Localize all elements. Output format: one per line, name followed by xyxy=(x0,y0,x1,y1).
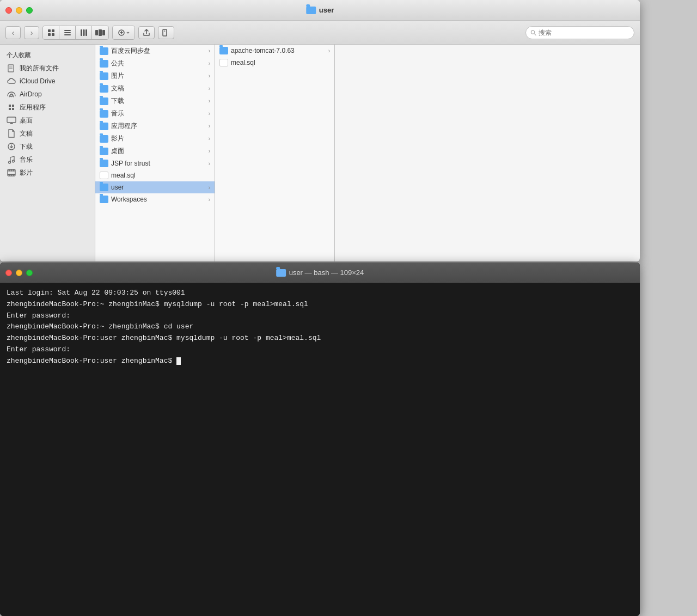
search-bar[interactable] xyxy=(525,26,634,39)
svg-rect-9 xyxy=(85,29,87,36)
tag-button[interactable] xyxy=(158,26,174,39)
icloud-icon xyxy=(7,76,16,86)
forward-button[interactable]: › xyxy=(24,26,39,39)
terminal-body[interactable]: Last login: Sat Aug 22 09:03:25 on ttys0… xyxy=(0,283,640,616)
item-label: apache-tomcat-7.0.63 xyxy=(231,47,295,54)
item-label: user xyxy=(111,184,124,191)
maximize-button[interactable] xyxy=(26,7,33,14)
apps-icon xyxy=(7,102,16,112)
sidebar-item-label: 下载 xyxy=(20,142,33,151)
sidebar-item-label: iCloud Drive xyxy=(20,77,55,85)
downloads-icon xyxy=(7,142,16,151)
column-1-item-desktop[interactable]: 桌面› xyxy=(95,145,215,157)
finder-titlebar: user xyxy=(0,0,640,21)
svg-point-28 xyxy=(9,161,11,163)
window-title: user xyxy=(319,6,334,14)
coverflow-view-button[interactable] xyxy=(92,26,108,39)
svg-rect-3 xyxy=(52,33,54,36)
terminal-window: user — bash — 109×24 Last login: Sat Aug… xyxy=(0,263,640,616)
column-1-item-jsp[interactable]: JSP for strust› xyxy=(95,157,215,169)
svg-rect-24 xyxy=(7,117,16,123)
folder-icon xyxy=(100,60,108,68)
chevron-right-icon: › xyxy=(209,98,210,104)
column-view-button[interactable] xyxy=(76,26,92,39)
icon-view-button[interactable] xyxy=(43,26,59,39)
item-label: 文稿 xyxy=(111,84,124,93)
column-1-item-apps[interactable]: 应用程序› xyxy=(95,120,215,132)
sidebar-item-label: AirDrop xyxy=(20,90,42,98)
svg-rect-8 xyxy=(83,29,84,36)
sidebar-item-music[interactable]: 音乐 xyxy=(0,153,95,166)
terminal-minimize-button[interactable] xyxy=(16,270,22,276)
svg-point-29 xyxy=(13,160,15,162)
sidebar-item-label: 文稿 xyxy=(20,129,33,138)
list-view-button[interactable] xyxy=(59,26,76,39)
chevron-right-icon: › xyxy=(209,48,210,54)
terminal-maximize-button[interactable] xyxy=(26,270,33,276)
search-input[interactable] xyxy=(539,29,629,36)
terminal-line: zhengbindeMacBook-Pro:~ zhengbinMac$ mys… xyxy=(7,299,633,310)
sidebar-item-desktop[interactable]: 桌面 xyxy=(0,114,95,127)
folder-icon xyxy=(219,47,228,54)
chevron-right-icon: › xyxy=(209,197,210,203)
sidebar-item-label: 音乐 xyxy=(20,155,33,164)
sidebar-item-all-files[interactable]: 我的所有文件 xyxy=(0,62,95,75)
finder-content: 个人收藏 我的所有文件 iCloud Drive xyxy=(0,45,640,261)
finder-window: user ‹ › xyxy=(0,0,640,261)
svg-rect-6 xyxy=(64,34,71,35)
sidebar-item-apps[interactable]: 应用程序 xyxy=(0,101,95,114)
arrange-button[interactable] xyxy=(113,26,134,39)
column-2-item-meal-sql2[interactable]: meal.sql xyxy=(215,57,334,69)
music-icon xyxy=(7,155,16,164)
chevron-right-icon: › xyxy=(209,86,210,92)
folder-icon xyxy=(100,110,108,118)
back-button[interactable]: ‹ xyxy=(5,26,21,39)
sidebar-item-movies[interactable]: 影片 xyxy=(0,166,95,179)
terminal-close-button[interactable] xyxy=(5,270,12,276)
sidebar-item-airdrop[interactable]: AirDrop xyxy=(0,88,95,101)
minimize-button[interactable] xyxy=(16,7,22,14)
column-2-item-tomcat[interactable]: apache-tomcat-7.0.63› xyxy=(215,45,334,57)
column-1-item-pictures[interactable]: 图片› xyxy=(95,70,215,82)
sidebar-item-label: 影片 xyxy=(20,168,33,178)
chevron-right-icon: › xyxy=(209,123,210,129)
item-label: 百度云同步盘 xyxy=(111,46,150,56)
svg-rect-0 xyxy=(48,29,51,32)
close-button[interactable] xyxy=(5,7,12,14)
sidebar-item-downloads[interactable]: 下载 xyxy=(0,140,95,153)
folder-icon xyxy=(100,47,108,55)
sidebar-section-label: 个人收藏 xyxy=(0,49,95,62)
sidebar-item-icloud[interactable]: iCloud Drive xyxy=(0,75,95,88)
terminal-titlebar: user — bash — 109×24 xyxy=(0,263,640,283)
terminal-title-text: user — bash — 109×24 xyxy=(289,269,364,277)
file-icon xyxy=(219,59,228,66)
file-icon xyxy=(100,172,108,179)
folder-icon xyxy=(100,148,108,155)
sidebar-item-documents[interactable]: 文稿 xyxy=(0,127,95,140)
airdrop-icon xyxy=(7,89,16,99)
svg-rect-16 xyxy=(163,29,167,36)
column-1-item-workspaces[interactable]: Workspaces› xyxy=(95,193,215,205)
column-1-item-public[interactable]: 公共› xyxy=(95,57,215,70)
column-1-item-downloads[interactable]: 下载› xyxy=(95,95,215,107)
item-label: 下载 xyxy=(111,96,124,106)
column-1-item-documents[interactable]: 文稿› xyxy=(95,82,215,95)
column-1-item-movies[interactable]: 影片› xyxy=(95,132,215,145)
column-1-item-baidu[interactable]: 百度云同步盘› xyxy=(95,45,215,57)
folder-icon xyxy=(100,160,108,167)
sidebar-item-label: 我的所有文件 xyxy=(20,64,59,73)
chevron-right-icon: › xyxy=(328,48,330,54)
column-1-item-meal-sql[interactable]: meal.sql xyxy=(95,169,215,181)
terminal-line: Last login: Sat Aug 22 09:03:25 on ttys0… xyxy=(7,288,633,299)
column-1-item-user[interactable]: user› xyxy=(95,181,215,193)
title-folder-icon xyxy=(306,7,316,14)
arrange-group xyxy=(112,26,135,40)
chevron-right-icon: › xyxy=(209,161,210,167)
svg-rect-12 xyxy=(102,30,105,35)
column-1-item-music[interactable]: 音乐› xyxy=(95,107,215,120)
chevron-right-icon: › xyxy=(209,111,210,117)
item-label: 图片 xyxy=(111,71,124,81)
share-button[interactable] xyxy=(138,26,155,39)
terminal-line: Enter password: xyxy=(7,310,633,322)
folder-icon xyxy=(100,184,108,191)
